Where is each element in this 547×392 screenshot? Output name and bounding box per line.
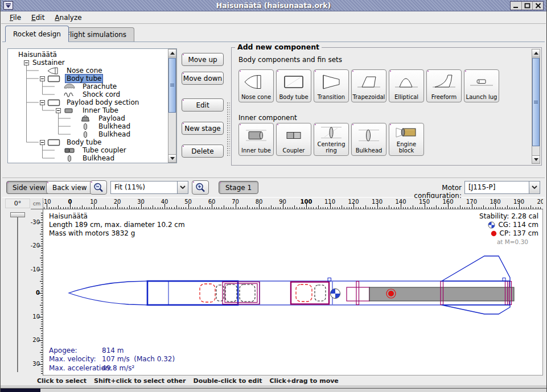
tree-item-parachute[interactable]: Parachute: [8, 82, 176, 90]
tab-rocket-design[interactable]: Rocket design: [5, 26, 69, 42]
launch-lug-shape[interactable]: [328, 278, 331, 282]
parachute-shape[interactable]: [200, 284, 215, 302]
mass-object-shape[interactable]: [225, 284, 237, 302]
component-scrollbar-thumb[interactable]: [532, 58, 540, 146]
scroll-up-arrow[interactable]: [168, 49, 176, 57]
inner-component-label: Inner component: [238, 114, 297, 122]
menu-file[interactable]: File: [5, 13, 26, 23]
zoom-in-button[interactable]: [192, 180, 209, 195]
tree-item-label[interactable]: Bulkhead: [81, 154, 116, 162]
motor-mount-tube[interactable]: [347, 287, 369, 301]
tree-item-label[interactable]: Inner Tube: [81, 106, 120, 114]
component-button-engine-block[interactable]: Engine block: [389, 123, 424, 156]
title-bar[interactable]: Haisunäätä (haisunaata.ork): [1, 0, 546, 11]
tab-flight-simulations[interactable]: Flight simulations: [58, 27, 134, 42]
component-button-body-tube[interactable]: Body tube: [276, 69, 311, 102]
tree-item-label[interactable]: Sustainer: [31, 59, 66, 67]
launch-lug-shape[interactable]: [503, 278, 505, 281]
scroll-up-arrow[interactable]: [532, 49, 540, 57]
mass-object-shape[interactable]: [240, 284, 255, 302]
rocket-canvas[interactable]: Haisunäätä Length 189 cm, max. diameter …: [43, 209, 543, 376]
tree-item-label[interactable]: Payload: [97, 114, 126, 122]
tree-item-label[interactable]: Parachute: [81, 82, 118, 90]
component-button-inner-tube[interactable]: Inner tube: [238, 123, 274, 156]
new-stage-button[interactable]: New stage: [182, 122, 224, 135]
component-button-launch-lug[interactable]: Launch lug: [464, 69, 499, 102]
h-ruler-label: 30: [134, 199, 149, 205]
coupler-icon: [63, 147, 78, 154]
component-button-trapezoidal[interactable]: Trapezoidal: [351, 69, 386, 102]
component-button-nose-cone[interactable]: Nose cone: [238, 69, 274, 102]
tree-item-nose-cone[interactable]: Nose cone: [8, 67, 176, 75]
tree-item-tube-coupler[interactable]: Tube coupler: [8, 146, 176, 154]
delete-button[interactable]: Delete: [182, 145, 224, 158]
tree-item-inner-tube[interactable]: Inner Tube: [8, 106, 176, 114]
tree-item-bulkhead[interactable]: Bulkhead: [8, 130, 176, 138]
selected-body-tube[interactable]: [147, 281, 238, 305]
fin-lower-shape[interactable]: [442, 305, 510, 314]
tree-item-label[interactable]: Payload body section: [65, 98, 140, 106]
parachute-shape[interactable]: [296, 284, 312, 302]
tree-item-label[interactable]: Nose cone: [65, 67, 104, 75]
zoom-select[interactable]: Fit (11%): [110, 181, 188, 194]
menu-analyze[interactable]: Analyze: [50, 13, 87, 23]
tree-scrollbar[interactable]: [168, 49, 176, 163]
chevron-down-icon[interactable]: [529, 181, 540, 193]
tree-item-label[interactable]: Bulkhead: [97, 122, 131, 130]
tree-scrollbar-thumb[interactable]: [168, 58, 176, 113]
collapse-icon[interactable]: [40, 140, 45, 145]
tree-item-label[interactable]: Tube coupler: [81, 146, 128, 154]
collapse-icon[interactable]: [24, 60, 29, 65]
collapse-icon[interactable]: [56, 108, 61, 113]
tree-item-label[interactable]: Bulkhead: [97, 130, 131, 138]
scroll-down-arrow[interactable]: [168, 154, 176, 162]
tree-item-label[interactable]: Haisunäätä: [17, 51, 58, 59]
tree-item-label[interactable]: Shock cord: [81, 90, 121, 98]
collapse-icon[interactable]: [40, 76, 45, 81]
tree-item-body-tube[interactable]: Body tube: [8, 75, 176, 82]
tree-item-label[interactable]: Body tube: [65, 75, 102, 82]
motor-configuration-select[interactable]: [J115-P]: [464, 181, 540, 194]
apogee-value: 814 m: [102, 346, 175, 356]
collapse-icon[interactable]: [40, 100, 45, 105]
view-toolbar: Side view Back view Fit (11%): [2, 178, 545, 198]
back-view-button[interactable]: Back view: [46, 181, 93, 194]
menu-edit[interactable]: Edit: [26, 13, 50, 23]
rotation-slider-handle[interactable]: [10, 212, 25, 217]
tree-item-label[interactable]: Body tube: [65, 138, 102, 146]
move-up-button[interactable]: Move up: [182, 53, 224, 66]
tree-item-sustainer[interactable]: Sustainer: [8, 59, 176, 67]
rotation-slider-track[interactable]: [17, 217, 18, 372]
payload-shape[interactable]: [315, 285, 326, 301]
component-panel-scrollbar[interactable]: [532, 49, 540, 164]
bodytube-icon: [47, 139, 62, 146]
tree-item-payload[interactable]: Payload: [8, 114, 176, 122]
side-view-button[interactable]: Side view: [6, 181, 51, 194]
launch-lug-icon: [464, 70, 499, 94]
tree-item-bulkhead[interactable]: Bulkhead: [8, 154, 176, 162]
move-down-button[interactable]: Move down: [182, 72, 224, 85]
close-button[interactable]: [532, 2, 543, 10]
tree-item-body-tube[interactable]: Body tube: [8, 138, 176, 146]
maximize-button[interactable]: [521, 2, 532, 10]
stage-1-button[interactable]: Stage 1: [219, 181, 258, 194]
tree-item-bulkhead[interactable]: Bulkhead: [8, 122, 176, 130]
chevron-down-icon[interactable]: [177, 181, 188, 193]
fin-upper-shape[interactable]: [442, 256, 510, 281]
component-button-coupler-comp[interactable]: Coupler: [276, 123, 311, 156]
tree-item-payload-body-section[interactable]: Payload body section: [8, 98, 176, 106]
minimize-button[interactable]: [511, 2, 521, 10]
component-button-bulkhead-comp[interactable]: Bulkhead: [351, 123, 386, 156]
scroll-down-arrow[interactable]: [532, 155, 540, 163]
tree-item-haisunäätä[interactable]: Haisunäätä: [8, 51, 176, 59]
component-button-freeform[interactable]: Freeform: [426, 69, 462, 102]
zoom-out-button[interactable]: [90, 180, 107, 195]
component-button-centering-ring[interactable]: Centering ring: [314, 123, 349, 156]
component-button-elliptical[interactable]: Elliptical: [389, 69, 424, 102]
panel-splitter[interactable]: [227, 102, 230, 156]
tree-item-shock-cord[interactable]: Shock cord: [8, 90, 176, 98]
nose-cone-shape[interactable]: [69, 281, 147, 305]
component-tree[interactable]: HaisunäätäSustainerNose coneBody tubePar…: [7, 48, 177, 163]
component-button-transition[interactable]: Transition: [314, 69, 349, 102]
edit-button[interactable]: Edit: [182, 98, 224, 112]
